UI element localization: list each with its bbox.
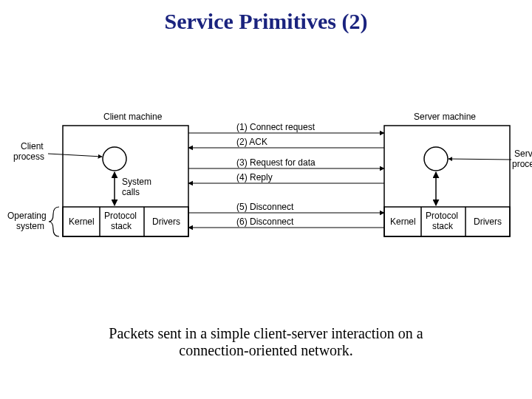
msg-2: (2) ACK	[236, 137, 267, 147]
msg-3: (3) Request for data	[236, 157, 316, 168]
slide: Service Primitives (2) Client machine Sy…	[0, 0, 532, 399]
msg-5: (5) Disconnect	[236, 202, 294, 212]
client-protocol-label-2: stack	[111, 221, 132, 231]
client-drivers-label: Drivers	[152, 216, 180, 227]
system-calls-label-1: System	[122, 177, 151, 187]
msg-1: (1) Connect request	[236, 122, 316, 132]
server-process-circle	[424, 147, 448, 171]
os-label-2: system	[16, 221, 44, 231]
client-machine-label: Client machine	[103, 112, 163, 122]
server-protocol-label-2: stack	[432, 221, 454, 231]
server-machine-label: Server machine	[414, 112, 476, 122]
diagram: Client machine System calls Kernel Proto…	[0, 103, 532, 296]
msg-6: (6) Disconnect	[236, 216, 294, 227]
slide-title: Service Primitives (2)	[0, 9, 532, 34]
server-drivers-label: Drivers	[474, 216, 502, 227]
os-label-1: Operating	[7, 211, 47, 221]
system-calls-label-2: calls	[122, 187, 140, 197]
os-brace	[49, 207, 59, 236]
client-process-label-1: Client	[21, 141, 44, 151]
msg-4: (4) Reply	[236, 172, 273, 183]
client-process-label-2: process	[13, 151, 44, 162]
server-kernel-label: Kernel	[390, 216, 416, 227]
messages: (1) Connect request (2) ACK (3) Request …	[188, 122, 384, 228]
server-machine-box: Server machine Kernel Protocol stack Dri…	[384, 112, 510, 236]
client-protocol-label-1: Protocol	[104, 211, 137, 221]
client-kernel-label: Kernel	[69, 216, 95, 227]
client-process-leader	[48, 154, 102, 157]
caption-line-1: Packets sent in a simple client-server i…	[109, 325, 423, 341]
client-process-circle	[103, 147, 126, 171]
caption-line-2: connection-oriented network.	[179, 342, 352, 358]
client-machine-box: Client machine System calls Kernel Proto…	[63, 112, 188, 236]
server-process-leader	[449, 159, 511, 160]
server-process-label-2: process	[512, 159, 532, 169]
server-protocol-label-1: Protocol	[426, 211, 458, 221]
server-process-label-1: Server	[514, 149, 532, 159]
caption: Packets sent in a simple client-server i…	[44, 325, 488, 359]
